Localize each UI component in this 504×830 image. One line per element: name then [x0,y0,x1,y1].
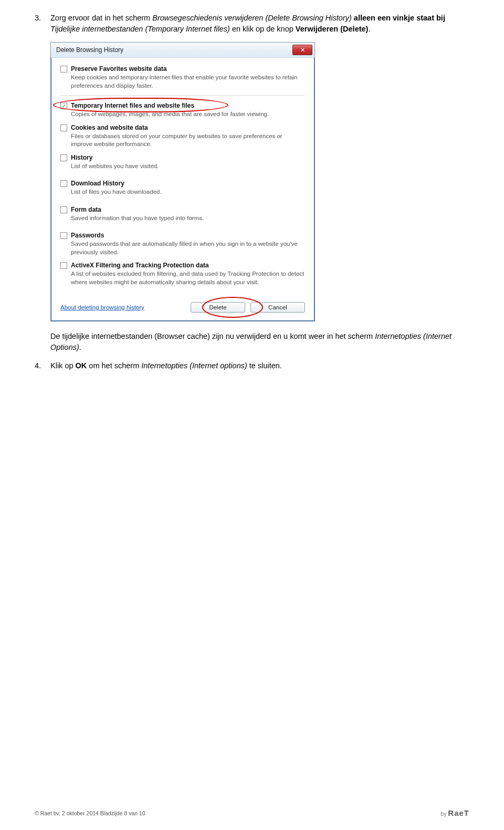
checkbox[interactable] [60,206,67,213]
option-desc: A list of websites excluded from filteri… [71,270,305,286]
option-desc: Files or databases stored on your comput… [71,132,305,149]
text: De tijdelijke internetbestanden (Browser… [50,332,375,340]
step-number: 4. [35,360,50,371]
option-label: Download History [71,180,124,187]
instruction-step-4: 4. Klik op OK om het scherm Internetopti… [35,360,469,371]
text-bold: OK [76,361,87,370]
dialog-title: Delete Browsing History [56,46,292,54]
step-number: 3. [35,13,50,35]
text-italic: Tijdelijke internetbestanden (Temporary … [50,25,230,33]
option-desc: Saved information that you have typed in… [71,214,305,223]
checkbox[interactable] [60,154,67,161]
option-temporary-files[interactable]: ✓ Temporary Internet files and website f… [60,102,305,119]
text: te sluiten. [247,361,282,370]
text-italic: Internetopties (Internet options) [141,361,247,370]
option-desc: Saved passwords that are automatically f… [71,240,305,256]
option-activex-tracking[interactable]: ActiveX Filtering and Tracking Protectio… [60,262,305,286]
text-italic: Browsegeschiedenis verwijderen (Delete B… [152,14,352,22]
option-label: Temporary Internet files and website fil… [71,102,194,109]
dialog-titlebar: Delete Browsing History ✕ [51,43,314,58]
dialog-footer: About deleting browsing history Delete C… [51,295,314,321]
close-icon: ✕ [300,47,305,53]
option-desc: List of websites you have visited. [71,162,305,171]
text: Zorg ervoor dat in het scherm [50,14,152,22]
text: . [368,25,370,33]
footer-right: by RaeT [440,808,469,817]
option-label: Preserve Favorites website data [71,65,167,72]
option-preserve-favorites[interactable]: Preserve Favorites website data Keep coo… [60,65,305,90]
text-bold: alleen een vinkje staat bij [354,14,445,22]
option-form-data[interactable]: Form data Saved information that you hav… [60,206,305,223]
instruction-list: 3. Zorg ervoor dat in het scherm Browseg… [35,13,469,35]
result-text: De tijdelijke internetbestanden (Browser… [50,331,469,353]
option-label: Form data [71,206,101,213]
option-desc: Keep cookies and temporary Internet file… [71,74,305,90]
option-desc: List of files you have downloaded. [71,188,305,196]
checkbox[interactable] [60,232,67,239]
checkbox[interactable] [60,180,67,187]
dialog-body: Preserve Favorites website data Keep coo… [51,58,314,295]
close-button[interactable]: ✕ [292,45,312,55]
option-label: ActiveX Filtering and Tracking Protectio… [71,262,209,269]
screenshot-delete-browsing-history: Delete Browsing History ✕ Preserve Favor… [50,42,469,321]
text: om het scherm [87,361,141,370]
text: en klik op de knop [230,25,296,33]
divider [60,95,305,96]
dialog-delete-browsing-history: Delete Browsing History ✕ Preserve Favor… [50,42,315,321]
checkbox[interactable] [60,262,67,269]
text-bold-inner: alleen een vinkje staat bij [354,14,445,22]
checkbox[interactable]: ✓ [60,102,67,109]
step-text: Klik op OK om het scherm Internetopties … [50,360,469,371]
document-page: 3. Zorg ervoor dat in het scherm Browseg… [0,0,504,830]
option-download-history[interactable]: Download History List of files you have … [60,180,305,196]
instruction-step-3: 3. Zorg ervoor dat in het scherm Browseg… [35,13,469,35]
delete-button[interactable]: Delete [191,302,245,313]
option-label: Passwords [71,232,104,239]
spacer [35,331,50,353]
text: . [79,343,81,351]
checkbox[interactable] [60,66,67,72]
text: Klik op [50,361,76,370]
footer-by: by [440,811,446,817]
text-bold: Verwijderen (Delete) [296,25,369,33]
option-label: Cookies and website data [71,124,148,131]
page-footer: © Raet bv, 2 oktober 2014 Bladzijde 8 va… [0,808,504,817]
about-link[interactable]: About deleting browsing history [60,304,144,310]
result-paragraph: De tijdelijke internetbestanden (Browser… [35,331,469,371]
option-passwords[interactable]: Passwords Saved passwords that are autom… [60,232,305,256]
cancel-button[interactable]: Cancel [250,302,305,313]
option-history[interactable]: History List of websites you have visite… [60,154,305,171]
option-label: History [71,154,92,161]
brand-logo: RaeT [448,808,469,817]
checkbox[interactable] [60,124,67,131]
option-desc: Copies of webpages, images, and media th… [71,110,305,119]
footer-left: © Raet bv, 2 oktober 2014 Bladzijde 8 va… [35,810,145,816]
step-text: Zorg ervoor dat in het scherm Browsegesc… [50,13,469,35]
option-cookies[interactable]: Cookies and website data Files or databa… [60,124,305,149]
